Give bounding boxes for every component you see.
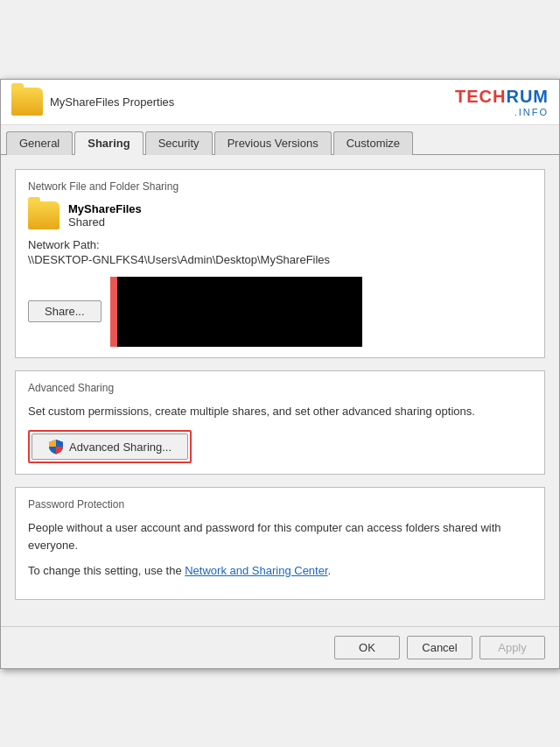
share-button[interactable]: Share...: [28, 300, 102, 322]
advanced-sharing-section: Advanced Sharing Set custom permissions,…: [15, 370, 545, 476]
title-bar-folder-icon: [11, 88, 43, 116]
network-sharing-section: Network File and Folder Sharing MyShareF…: [15, 169, 545, 358]
advanced-sharing-description: Set custom permissions, create multiple …: [28, 403, 532, 420]
logo-sub: .INFO: [514, 107, 549, 117]
advanced-sharing-button-wrapper: Advanced Sharing...: [28, 430, 192, 463]
share-row: Share...: [28, 277, 532, 347]
tab-bar: General Sharing Security Previous Versio…: [1, 125, 559, 155]
folder-icon: [28, 201, 60, 229]
pwd-text2-suffix: .: [328, 564, 332, 577]
logo-rum: RUM: [506, 87, 549, 106]
folder-name: MyShareFiles: [68, 202, 142, 215]
network-sharing-center-link[interactable]: Network and Sharing Center: [185, 564, 327, 577]
folder-info: MyShareFiles Shared: [68, 202, 142, 229]
ok-button[interactable]: OK: [334, 636, 400, 659]
password-protection-text1: People without a user account and passwo…: [28, 519, 532, 553]
title-bar-left: MyShareFiles Properties: [11, 88, 174, 116]
shield-icon: [48, 439, 64, 455]
advanced-sharing-button-label: Advanced Sharing...: [69, 440, 172, 454]
properties-dialog: MyShareFiles Properties TECHRUM .INFO Ge…: [0, 79, 560, 669]
tab-sharing[interactable]: Sharing: [74, 131, 143, 155]
dialog-title: MyShareFiles Properties: [50, 95, 174, 109]
password-protection-section: Password Protection People without a use…: [15, 487, 545, 600]
advanced-sharing-button[interactable]: Advanced Sharing...: [32, 433, 188, 460]
logo-area: TECHRUM .INFO: [455, 87, 549, 117]
password-protection-title: Password Protection: [28, 498, 532, 511]
tab-content: Network File and Folder Sharing MyShareF…: [1, 155, 559, 626]
black-overlay: [117, 277, 362, 347]
pwd-text2-prefix: To change this setting, use the: [28, 564, 185, 577]
cancel-button[interactable]: Cancel: [407, 636, 472, 659]
network-path-value: \\DESKTOP-GNLFKS4\Users\Admin\Desktop\My…: [28, 253, 532, 266]
tab-security[interactable]: Security: [145, 131, 213, 155]
network-sharing-title: Network File and Folder Sharing: [28, 180, 532, 193]
apply-button[interactable]: Apply: [480, 636, 545, 659]
logo-text: TECHRUM: [455, 87, 549, 107]
network-path-label: Network Path:: [28, 238, 532, 251]
dialog-footer: OK Cancel Apply: [1, 626, 559, 668]
password-protection-text2: To change this setting, use the Network …: [28, 562, 532, 580]
tab-general[interactable]: General: [6, 131, 73, 155]
title-bar: MyShareFiles Properties TECHRUM .INFO: [1, 80, 559, 125]
advanced-sharing-title: Advanced Sharing: [28, 382, 532, 394]
tab-customize[interactable]: Customize: [333, 131, 413, 155]
folder-status: Shared: [68, 215, 142, 229]
tab-previous-versions[interactable]: Previous Versions: [214, 131, 332, 155]
folder-info-row: MyShareFiles Shared: [28, 201, 532, 229]
